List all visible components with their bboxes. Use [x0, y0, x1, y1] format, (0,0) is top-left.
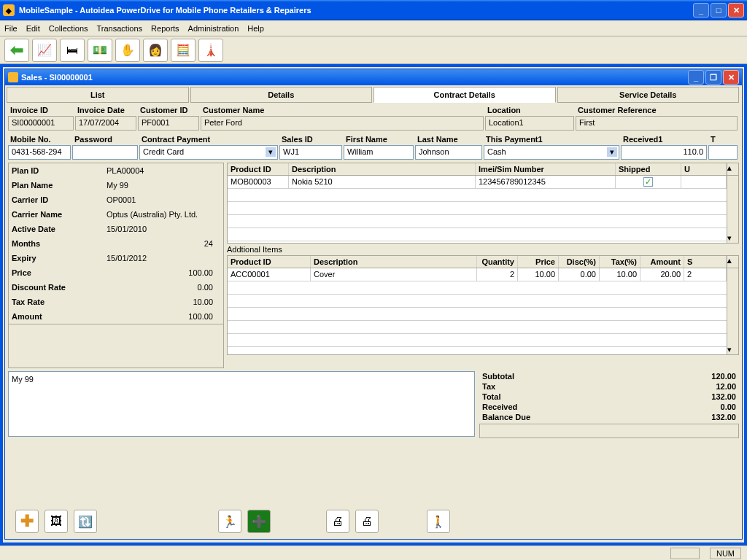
col-description[interactable]: Description: [289, 163, 476, 175]
field-sales-id[interactable]: WJ1: [279, 145, 342, 160]
menu-transactions[interactable]: Transactions: [97, 24, 143, 33]
toolbar-calculator-icon[interactable]: 🧮: [171, 39, 196, 62]
close-button[interactable]: ✕: [728, 3, 744, 18]
label-discount-rate: Discount Rate: [12, 283, 107, 292]
addcell-amount: 20.00: [640, 268, 684, 281]
app-titlebar: ◆ MobileSample - Autoidea PowerDrive for…: [0, 0, 747, 20]
label-tax-rate: Tax Rate: [12, 298, 107, 306]
col-shipped[interactable]: Shipped: [616, 163, 681, 175]
label-subtotal: Subtotal: [482, 372, 678, 381]
addcol-amount[interactable]: Amount: [640, 256, 684, 268]
label-col-t: T: [708, 133, 739, 145]
label-active-date: Active Date: [12, 225, 107, 233]
label-this-payment: This Payment1: [484, 133, 621, 145]
exit-button[interactable]: 🚶: [427, 510, 450, 533]
print-button[interactable]: 🖨: [326, 510, 349, 533]
field-contract-payment[interactable]: Credit Card: [139, 145, 278, 160]
menu-reports[interactable]: Reports: [151, 24, 179, 33]
tab-service-details[interactable]: Service Details: [557, 87, 740, 103]
menu-collections[interactable]: Collections: [49, 24, 88, 33]
menu-help[interactable]: Help: [247, 24, 264, 33]
label-first-name: First Name: [344, 133, 415, 145]
child-restore-button[interactable]: ❐: [705, 70, 721, 85]
maximize-button[interactable]: □: [711, 3, 727, 18]
field-invoice-date: 17/07/2004: [75, 116, 136, 131]
field-password[interactable]: [72, 145, 138, 160]
col-imei[interactable]: Imei/Sim Number: [476, 163, 616, 175]
additional-items-grid: Product ID Description Quantity Price Di…: [227, 255, 739, 355]
tab-contract-details[interactable]: Contract Details: [374, 87, 556, 103]
addcol-quantity[interactable]: Quantity: [477, 256, 518, 268]
minimize-button[interactable]: _: [693, 3, 709, 18]
product-scrollbar[interactable]: ▾: [727, 176, 738, 243]
table-row[interactable]: ACC00001 Cover 2 10.00 0.00 10.00 20.00 …: [228, 268, 727, 281]
value-balance-due: 132.00: [678, 413, 736, 421]
menu-edit[interactable]: Edit: [26, 24, 40, 33]
child-title-text: Sales - SI00000001: [21, 73, 93, 82]
product-scroll-up-icon[interactable]: ▴: [727, 163, 738, 175]
addcol-disc[interactable]: Disc(%): [559, 256, 600, 268]
sales-child-window: Sales - SI00000001 _ ❐ ✕ List Details Co…: [4, 69, 743, 540]
child-close-button[interactable]: ✕: [723, 70, 739, 85]
run-button[interactable]: 🏃: [218, 510, 241, 533]
label-price: Price: [12, 268, 107, 277]
toolbar-person-icon[interactable]: 👩: [143, 39, 168, 62]
value-tax-rate: 10.00: [107, 298, 220, 306]
toolbar-bed-icon[interactable]: 🛏: [60, 39, 85, 62]
field-col-t[interactable]: [708, 145, 738, 160]
label-tax: Tax: [482, 382, 678, 391]
addcol-description[interactable]: Description: [311, 256, 477, 268]
add-button[interactable]: ✚: [15, 510, 39, 533]
label-carrier-name: Carrier Name: [12, 210, 107, 219]
add-scroll-up-icon[interactable]: ▴: [727, 256, 738, 268]
menu-file[interactable]: File: [4, 24, 18, 33]
toolbar-money-icon[interactable]: 💵: [88, 39, 112, 62]
col-product-id[interactable]: Product ID: [228, 163, 289, 175]
field-this-payment[interactable]: Cash: [484, 145, 619, 160]
addcol-tax[interactable]: Tax(%): [600, 256, 640, 268]
label-location: Location: [485, 104, 576, 116]
toolbar-chart-icon[interactable]: 📈: [32, 39, 57, 62]
toolbar-tower-icon[interactable]: 🗼: [198, 39, 223, 62]
cell-u: [681, 176, 727, 188]
image-button[interactable]: 🖼: [44, 510, 68, 533]
field-customer-reference: First: [576, 116, 738, 131]
field-last-name[interactable]: Johnson: [415, 145, 482, 160]
save-add-button[interactable]: ➕: [247, 510, 271, 533]
tab-list[interactable]: List: [7, 87, 189, 103]
addcol-price[interactable]: Price: [518, 256, 559, 268]
field-first-name[interactable]: William: [344, 145, 414, 160]
field-received[interactable]: 110.0: [621, 145, 707, 160]
label-mobile-no: Mobile No.: [8, 133, 72, 145]
child-minimize-button[interactable]: _: [688, 70, 704, 85]
addcell-s: 2: [684, 268, 727, 281]
notes-field[interactable]: My 99: [8, 371, 475, 437]
sync-button[interactable]: 🔃: [74, 510, 97, 533]
back-button[interactable]: ⬅: [4, 39, 29, 62]
label-received: Received1: [621, 133, 708, 145]
field-mobile-no[interactable]: 0431-568-294: [8, 145, 71, 160]
child-titlebar: Sales - SI00000001 _ ❐ ✕: [5, 69, 742, 85]
tab-details[interactable]: Details: [190, 87, 373, 103]
cell-imei: 123456789012345: [476, 176, 616, 188]
addcell-tax: 10.00: [600, 268, 640, 281]
value-expiry: 15/01/2012: [107, 254, 220, 262]
child-icon: [8, 72, 18, 82]
toolbar-hand-icon[interactable]: ✋: [115, 39, 140, 62]
status-cell-1: [670, 548, 700, 559]
addcol-s[interactable]: S: [684, 256, 727, 268]
label-amount-plan: Amount: [12, 312, 107, 321]
label-balance-due: Balance Due: [482, 413, 678, 421]
col-u[interactable]: U: [681, 163, 727, 175]
plan-panel: Plan IDPLA00004 Plan NameMy 99 Carrier I…: [8, 163, 224, 368]
label-plan-name: Plan Name: [12, 181, 107, 190]
addcol-product-id[interactable]: Product ID: [228, 256, 311, 268]
table-row[interactable]: MOB00003 Nokia 5210 123456789012345 ✓: [228, 176, 727, 189]
label-sales-id: Sales ID: [279, 133, 344, 145]
field-customer-id: PF0001: [138, 116, 199, 131]
menu-administration[interactable]: Administration: [188, 24, 239, 33]
value-plan-id: PLA00004: [107, 166, 220, 175]
receipt-printer-button[interactable]: 🖨: [355, 510, 379, 533]
add-scrollbar[interactable]: ▾: [727, 268, 738, 354]
label-carrier-id: Carrier ID: [12, 195, 107, 204]
